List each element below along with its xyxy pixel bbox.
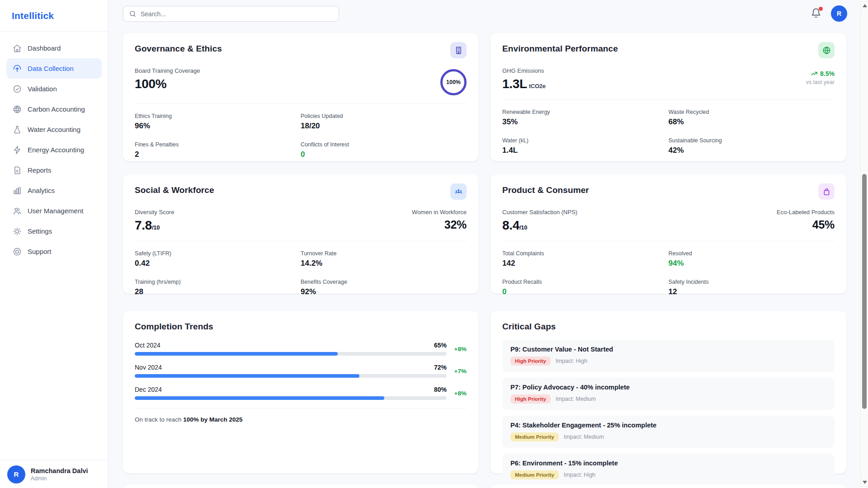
- sidebar-item-dashboard[interactable]: Dashboard: [6, 38, 102, 58]
- metric-sustainable-sourcing: Sustainable Sourcing 42%: [669, 137, 835, 155]
- card-environmental-performance: Environmental Performance GHG Emissions …: [491, 33, 846, 161]
- secondary-metric-label: Women in Workforce: [412, 209, 467, 216]
- sidebar-item-label: Energy Accounting: [28, 146, 84, 154]
- trend-change: +8%: [447, 342, 467, 352]
- card-title: Environmental Performance: [502, 44, 618, 54]
- progress-ring: 100%: [440, 69, 467, 95]
- sidebar-item-data-collection[interactable]: Data Collection: [6, 58, 102, 79]
- sidebar-item-label: Carbon Accounting: [28, 105, 85, 113]
- card-partial-right: [491, 484, 846, 488]
- globe-icon: [13, 105, 22, 114]
- trend-indicator: 8.5%: [806, 70, 835, 77]
- home-icon: [13, 44, 22, 53]
- sidebar-item-label: Water Accounting: [28, 126, 80, 133]
- gap-item-p9[interactable]: P9: Customer Value - Not Started High Pr…: [502, 340, 835, 372]
- sidebar-item-label: User Management: [28, 207, 83, 215]
- brand: Intellitick: [0, 0, 108, 32]
- priority-badge: Medium Priority: [510, 470, 559, 479]
- sidebar-item-analytics[interactable]: Analytics: [6, 180, 102, 201]
- metric-benefits-coverage: Benefits Coverage 92%: [301, 279, 467, 296]
- metric-product-recalls: Product Recalls 0: [502, 279, 669, 296]
- sidebar-item-water-accounting[interactable]: Water Accounting: [6, 119, 102, 140]
- impact-label: Impact: High: [556, 358, 587, 364]
- scroll-down-icon[interactable]: [861, 479, 868, 486]
- metric-water: Water (kL) 1.4L: [502, 137, 669, 155]
- divider: [502, 99, 835, 100]
- sidebar-item-label: Dashboard: [28, 44, 61, 52]
- trend-row-nov: Nov 2024 72% +7%: [135, 364, 467, 378]
- sidebar-user[interactable]: R Ramchandra Dalvi Admin: [0, 460, 108, 488]
- sidebar-item-validation[interactable]: Validation: [6, 79, 102, 99]
- progress-ring-value: 100%: [446, 79, 461, 85]
- card-completion-trends: Completion Trends Oct 2024 65% +8% Nov 2…: [123, 311, 478, 474]
- user-name: Ramchandra Dalvi: [31, 467, 88, 474]
- priority-badge: Medium Priority: [510, 432, 559, 441]
- gap-item-p4[interactable]: P4: Stakeholder Engagement - 25% incompl…: [502, 416, 835, 448]
- primary-metric-suffix: /10: [519, 224, 527, 231]
- sidebar-item-label: Settings: [28, 227, 52, 235]
- user-role: Admin: [31, 475, 88, 482]
- life-buoy-icon: [13, 247, 22, 256]
- sidebar: Intellitick Dashboard Data Collection Va…: [0, 0, 108, 488]
- gap-item-p7[interactable]: P7: Policy Advocacy - 40% incomplete Hig…: [502, 378, 835, 410]
- search-icon: [129, 10, 137, 18]
- flask-icon: [13, 125, 22, 134]
- metric-total-complaints: Total Complaints 142: [502, 250, 669, 268]
- priority-badge: High Priority: [510, 394, 551, 404]
- progress-bar: [135, 374, 447, 378]
- card-title: Governance & Ethics: [135, 44, 222, 54]
- primary-metric-value: 100%: [135, 77, 200, 91]
- primary-metric-label: Board Training Coverage: [135, 67, 200, 74]
- impact-label: Impact: Medium: [564, 434, 604, 440]
- scroll-up-icon[interactable]: [861, 2, 868, 9]
- primary-metric-label: GHG Emissions: [502, 67, 546, 74]
- zap-icon: [13, 145, 22, 155]
- gap-item-p6[interactable]: P6: Environment - 15% incomplete Medium …: [502, 454, 835, 486]
- primary-metric-value: 7.8/10: [135, 218, 174, 233]
- scrollbar: [860, 0, 868, 488]
- progress-bar: [135, 396, 447, 400]
- card-title: Product & Consumer: [502, 185, 589, 195]
- check-circle-icon: [13, 84, 22, 94]
- scrollbar-thumb[interactable]: [862, 174, 867, 409]
- sidebar-item-settings[interactable]: Settings: [6, 221, 102, 241]
- metric-safety-incidents: Safety Incidents 12: [669, 279, 835, 296]
- topbar-avatar[interactable]: R: [831, 5, 847, 22]
- card-title: Critical Gaps: [502, 322, 835, 332]
- search-bar: [123, 6, 339, 22]
- metric-waste-recycled: Waste Recycled 68%: [669, 109, 835, 127]
- metric-policies-updated: Policies Updated 18/20: [301, 113, 467, 131]
- search-input[interactable]: [141, 10, 333, 18]
- trend-row-dec: Dec 2024 80% +8%: [135, 386, 467, 400]
- sidebar-item-support[interactable]: Support: [6, 241, 102, 262]
- building-icon: [450, 42, 467, 58]
- gear-icon: [13, 227, 22, 236]
- sidebar-item-label: Data Collection: [28, 65, 74, 72]
- upload-cloud-icon: [13, 64, 22, 73]
- metric-training-hours: Training (hrs/emp) 28: [135, 279, 301, 296]
- sidebar-item-carbon-accounting[interactable]: Carbon Accounting: [6, 99, 102, 119]
- sidebar-item-reports[interactable]: Reports: [6, 160, 102, 180]
- sidebar-item-label: Analytics: [28, 187, 55, 194]
- impact-label: Impact: Medium: [556, 396, 596, 402]
- trending-up-icon: [811, 70, 818, 77]
- metric-fines-penalties: Fines & Penalties 2: [135, 141, 301, 159]
- primary-metric-value: 1.3LtCO2e: [502, 77, 546, 91]
- divider: [135, 241, 467, 241]
- shopping-bag-icon: [818, 183, 835, 200]
- secondary-metric-value: 45%: [777, 218, 835, 231]
- trend-row-oct: Oct 2024 65% +8%: [135, 342, 467, 356]
- sidebar-item-energy-accounting[interactable]: Energy Accounting: [6, 140, 102, 160]
- card-governance-ethics: Governance & Ethics Board Training Cover…: [123, 33, 478, 161]
- metric-resolved: Resolved 94%: [669, 250, 835, 268]
- notification-bell-icon[interactable]: [811, 8, 823, 20]
- sidebar-item-label: Support: [28, 248, 52, 255]
- file-text-icon: [13, 166, 22, 175]
- sidebar-item-user-management[interactable]: User Management: [6, 201, 102, 221]
- trend-change: +7%: [447, 364, 467, 375]
- card-social-workforce: Social & Workforce Diversity Score 7.8/1…: [123, 174, 478, 294]
- card-title: Completion Trends: [135, 322, 467, 332]
- bar-chart-icon: [13, 186, 22, 195]
- primary-metric-unit: tCO2e: [529, 83, 546, 89]
- trend-value: 8.5%: [820, 70, 835, 77]
